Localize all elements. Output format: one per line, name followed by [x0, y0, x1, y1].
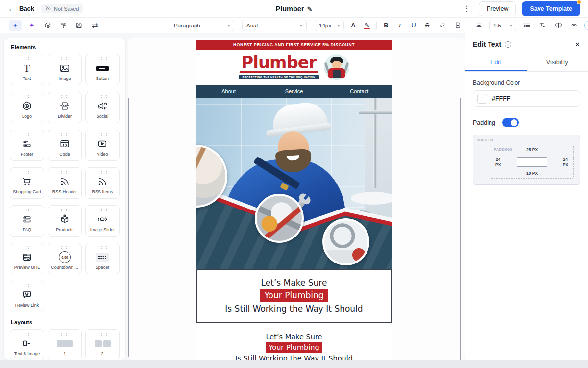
back-label: Back — [19, 5, 34, 12]
font-family-value: Arial — [246, 23, 258, 28]
padding-label: Padding — [473, 119, 495, 126]
padding-left-value[interactable]: 24PX — [495, 157, 501, 167]
nav-link-about[interactable]: About — [196, 88, 261, 94]
drag-handle-icon — [60, 95, 70, 98]
element-card-image[interactable]: Image — [48, 54, 82, 85]
preview-button[interactable]: Preview — [479, 1, 516, 16]
element-card-review-link[interactable]: Review Link — [10, 281, 44, 312]
close-panel-icon[interactable]: ✕ — [575, 41, 580, 48]
element-card-text[interactable]: TText — [10, 54, 44, 85]
chevron-down-icon: ▾ — [227, 23, 230, 28]
anchor-link-icon[interactable] — [568, 20, 579, 31]
element-label: Footer — [21, 152, 33, 157]
layout-card-text-image[interactable]: Text & Image — [10, 329, 44, 360]
add-block-button[interactable]: + — [9, 20, 22, 31]
element-card-video[interactable]: Video — [85, 130, 120, 161]
back-button[interactable]: ← Back — [8, 4, 34, 13]
bottom-scroll-strip[interactable] — [0, 360, 588, 368]
color-swatch[interactable] — [477, 94, 487, 104]
logo-icon — [22, 99, 32, 113]
element-label: Review Link — [15, 303, 39, 308]
strikethrough-button[interactable]: S — [423, 22, 432, 29]
drag-handle-icon — [98, 332, 107, 336]
nav-link-service[interactable]: Service — [261, 88, 326, 94]
element-card-rss-header[interactable]: RSS Header — [48, 167, 82, 199]
underline-button[interactable]: U — [409, 22, 418, 29]
headline-block-selected[interactable]: Let’s Make Sure Your Plumbing Is Still W… — [196, 269, 392, 323]
drag-handle-icon — [23, 284, 32, 287]
element-card-preview-url[interactable]: Preview URL — [10, 243, 44, 274]
merge-tag-icon[interactable] — [553, 20, 564, 31]
element-card-divider[interactable]: Divider — [48, 92, 82, 123]
tab-edit[interactable]: Edit — [465, 54, 527, 71]
logo-pipe-underline — [239, 71, 318, 73]
element-card-countdown[interactable]: 0:00Countdown ... — [48, 243, 82, 274]
element-card-footer[interactable]: Footer — [10, 130, 44, 161]
font-size-select[interactable]: 14px▾ — [315, 20, 344, 31]
save-icon[interactable] — [74, 20, 84, 31]
element-card-image-slider[interactable]: Image Slider — [85, 205, 120, 237]
preview-url-icon — [22, 250, 32, 264]
layers-icon[interactable] — [42, 20, 53, 31]
swap-icon[interactable]: ⇄ — [89, 20, 100, 31]
drag-handle-icon — [98, 132, 107, 136]
email-logo-section[interactable]: Plumber PROTECTING THE HEALTH OF THE BBQ… — [196, 50, 392, 85]
inset-photo-wrench — [255, 194, 304, 243]
bold-button[interactable]: B — [382, 22, 391, 29]
padding-right-value[interactable]: 24PX — [563, 157, 568, 167]
drag-handle-icon — [23, 332, 32, 336]
ai-sparkle-icon[interactable]: ✦ — [26, 20, 37, 31]
email-banner[interactable]: HONEST PRICING AND FIRST SERVICE 5% DISC… — [196, 40, 392, 50]
nav-link-contact[interactable]: Contact — [327, 88, 392, 94]
panel-tabs: Edit Visibility — [465, 54, 588, 72]
font-family-select[interactable]: Arial▾ — [242, 20, 307, 31]
element-card-faq[interactable]: FAQ — [10, 205, 44, 237]
paint-roller-icon[interactable] — [58, 20, 69, 31]
element-card-button[interactable]: Button — [85, 54, 120, 85]
social-icon — [97, 99, 108, 113]
element-card-code[interactable]: Code — [48, 130, 82, 161]
brand-logo: Plumber PROTECTING THE HEALTH OF THE BBQ… — [239, 55, 318, 80]
element-card-social[interactable]: Social — [85, 92, 120, 123]
edit-title-icon[interactable]: ✎ — [307, 5, 313, 13]
bullet-list-icon[interactable] — [521, 20, 532, 31]
email-nav-bar: About Service Contact — [196, 85, 392, 98]
padding-toggle[interactable] — [502, 118, 519, 127]
headline-block-duplicate[interactable]: Let’s Make Sure Your Plumbing Is Still W… — [196, 329, 392, 360]
highlight-color-button[interactable]: ✎ — [363, 22, 371, 29]
ai-assistant-button[interactable]: AI — [584, 21, 588, 30]
more-options-icon[interactable]: ⋮ — [461, 4, 473, 13]
background-color-input[interactable]: #FFFF — [473, 90, 580, 107]
paragraph-style-value: Paragraph — [174, 23, 200, 28]
highlight-pen-icon: ✎ — [365, 22, 370, 29]
info-icon[interactable]: i — [505, 41, 511, 48]
divider — [376, 22, 377, 29]
element-card-spacer[interactable]: Spacer — [85, 243, 120, 274]
element-label: Divider — [58, 114, 72, 119]
save-template-button[interactable]: Save Template — [522, 1, 580, 16]
document-icon[interactable] — [452, 20, 463, 31]
line-height-select[interactable]: 1.5▾ — [489, 20, 516, 31]
brand-tagline: PROTECTING THE HEALTH OF THE BBQ NATION — [239, 75, 318, 79]
element-card-products[interactable]: Products — [48, 205, 82, 237]
element-card-logo[interactable]: Logo — [10, 92, 44, 123]
clear-format-icon[interactable] — [537, 20, 548, 31]
padding-top-value[interactable]: 25 PX — [490, 147, 573, 153]
hero-image[interactable] — [196, 98, 392, 269]
link-icon[interactable] — [437, 20, 447, 31]
panel-body: Background Color #FFFF Padding MARGIN PA… — [465, 72, 588, 193]
layout-card-two-column[interactable]: 2 — [85, 329, 120, 360]
font-color-button[interactable]: A — [349, 22, 358, 29]
layout-card-one-column[interactable]: 1 — [48, 329, 82, 360]
padding-bottom-value[interactable]: 10 PX — [490, 171, 573, 176]
line-height-icon[interactable] — [473, 20, 484, 31]
elements-grid: TText Image Button Logo Divider Social F… — [10, 54, 120, 312]
padding-center-field[interactable] — [517, 157, 547, 167]
drag-handle-icon — [60, 208, 70, 211]
italic-button[interactable]: I — [395, 22, 404, 29]
element-card-rss-items[interactable]: RSS Items — [85, 167, 120, 199]
paragraph-style-select[interactable]: Paragraph▾ — [170, 20, 234, 31]
email-canvas[interactable]: HONEST PRICING AND FIRST SERVICE 5% DISC… — [128, 38, 465, 360]
element-card-shopping-cart[interactable]: Shopping Cart — [10, 167, 44, 199]
tab-visibility[interactable]: Visibility — [527, 54, 588, 71]
